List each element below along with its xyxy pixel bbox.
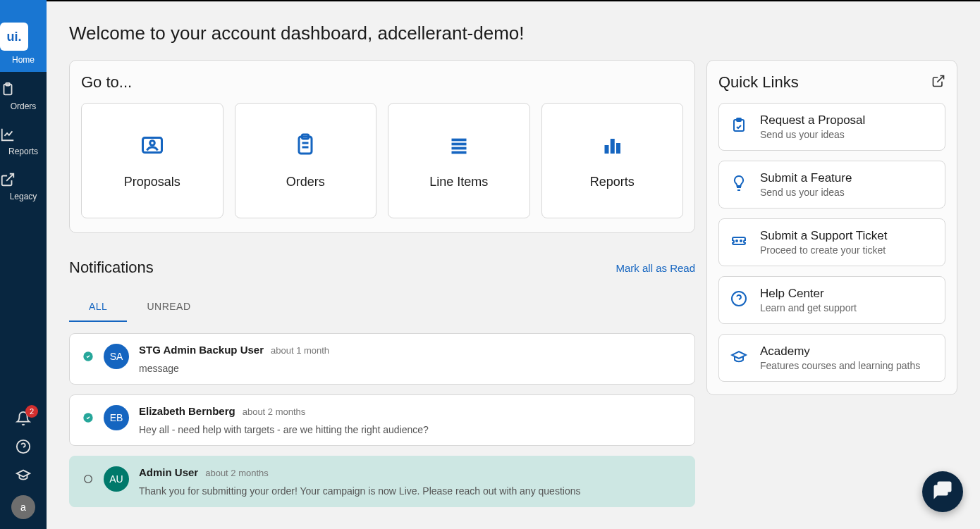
external-link-icon [0, 172, 47, 187]
clipboard-icon [293, 132, 318, 158]
academy-button[interactable] [16, 467, 31, 483]
svg-rect-14 [605, 145, 609, 154]
sidebar-item-label: Reports [0, 147, 47, 156]
quick-link-sub: Send us your ideas [760, 129, 933, 140]
quick-link-request-proposal[interactable]: Request a Proposal Send us your ideas [718, 103, 945, 151]
quick-link-label: Request a Proposal [760, 113, 933, 127]
goto-card: Go to... Proposals Orders [69, 60, 695, 233]
goto-label: Reports [590, 175, 635, 189]
goto-title: Go to... [81, 73, 683, 92]
graduation-cap-icon [16, 467, 31, 483]
notification-item[interactable]: EB Elizabeth Bernberg about 2 months Hey… [69, 394, 695, 446]
quick-link-label: Submit a Support Ticket [760, 229, 933, 243]
check-circle-icon [82, 412, 94, 426]
help-button[interactable] [16, 439, 31, 454]
chat-button[interactable] [922, 471, 963, 512]
quick-link-help-center[interactable]: Help Center Learn and get support [718, 276, 945, 324]
goto-orders[interactable]: Orders [235, 103, 377, 218]
quick-link-support-ticket[interactable]: Submit a Support Ticket Proceed to creat… [718, 218, 945, 266]
notification-tabs: ALL UNREAD [69, 292, 695, 322]
quick-link-sub: Learn and get support [760, 302, 933, 313]
quick-link-sub: Proceed to create your ticket [760, 244, 933, 256]
circle-outline-icon [82, 473, 94, 487]
svg-rect-15 [611, 139, 615, 154]
clipboard-icon [0, 82, 47, 97]
notification-time: about 1 month [271, 345, 329, 356]
goto-label: Line Items [429, 175, 488, 189]
svg-point-19 [85, 475, 92, 483]
svg-point-23 [740, 240, 742, 242]
tab-all[interactable]: ALL [69, 292, 127, 322]
avatar: EB [104, 405, 129, 430]
list-icon [446, 132, 472, 158]
quick-link-submit-feature[interactable]: Submit a Feature Send us your ideas [718, 161, 945, 209]
quick-links-title: Quick Links [718, 73, 799, 92]
notification-badge: 2 [25, 405, 38, 418]
clipboard-edit-icon [730, 117, 747, 137]
ticket-icon [730, 232, 747, 252]
notification-item[interactable]: AU Admin User about 2 months Thank you f… [69, 456, 695, 507]
bar-chart-icon [599, 132, 625, 158]
notifications-title: Notifications [69, 259, 154, 277]
quick-link-label: Academy [760, 344, 933, 359]
goto-label: Orders [286, 175, 325, 189]
logo[interactable]: ui. [0, 23, 28, 51]
quick-links-card: Quick Links Request a Proposal [706, 60, 957, 395]
quick-link-label: Submit a Feature [760, 171, 933, 185]
notification-message: message [139, 363, 682, 374]
external-link-icon[interactable] [931, 74, 945, 91]
sidebar-item-orders[interactable]: Orders [0, 72, 47, 117]
sidebar-item-home[interactable]: ui. Home [0, 0, 47, 72]
goto-reports[interactable]: Reports [541, 103, 684, 218]
tab-unread[interactable]: UNREAD [127, 292, 210, 322]
chat-icon [932, 480, 953, 504]
chart-area-icon [0, 127, 47, 142]
person-badge-icon [140, 132, 165, 158]
quick-link-sub: Send us your ideas [760, 187, 933, 198]
goto-proposals[interactable]: Proposals [81, 103, 223, 218]
notification-list: SA STG Admin Backup User about 1 month m… [69, 333, 695, 507]
lightbulb-icon [730, 175, 747, 194]
avatar: AU [104, 466, 129, 492]
sidebar-item-legacy[interactable]: Legacy [0, 162, 47, 207]
check-circle-icon [82, 351, 94, 365]
page-title: Welcome to your account dashboard, adcel… [69, 23, 957, 44]
sidebar-item-label: Home [0, 55, 47, 65]
svg-point-5 [149, 140, 154, 145]
avatar: SA [104, 344, 129, 369]
sidebar-bottom: 2 a [11, 411, 35, 529]
goto-label: Proposals [124, 175, 180, 189]
goto-line-items[interactable]: Line Items [388, 103, 530, 218]
notification-item[interactable]: SA STG Admin Backup User about 1 month m… [69, 333, 695, 385]
quick-link-label: Help Center [760, 287, 933, 301]
user-avatar[interactable]: a [11, 495, 35, 519]
notification-time: about 2 months [243, 406, 306, 417]
sidebar-item-label: Legacy [0, 192, 47, 201]
sidebar-item-label: Orders [0, 101, 47, 111]
quick-link-academy[interactable]: Academy Features courses and learning pa… [718, 334, 945, 382]
notification-user: Elizabeth Bernberg [139, 405, 235, 417]
notification-message: Hey all - need help with targets - are w… [139, 424, 682, 435]
quick-link-sub: Features courses and learning paths [760, 360, 933, 371]
notification-message: Thank you for submitting your order! You… [139, 485, 682, 497]
main-content: Welcome to your account dashboard, adcel… [47, 0, 980, 529]
graduation-cap-icon [730, 348, 747, 368]
svg-point-22 [736, 240, 737, 242]
mark-all-read-link[interactable]: Mark all as Read [615, 262, 695, 274]
notification-user: STG Admin Backup User [139, 344, 264, 356]
svg-rect-16 [616, 143, 620, 154]
notification-user: Admin User [139, 466, 198, 478]
sidebar-item-reports[interactable]: Reports [0, 117, 47, 162]
help-circle-icon [730, 290, 747, 310]
notifications-button[interactable]: 2 [16, 411, 31, 426]
help-circle-icon [16, 439, 31, 454]
sidebar: ui. Home Orders Reports Legacy 2 [0, 0, 47, 529]
notification-time: about 2 months [205, 468, 269, 478]
